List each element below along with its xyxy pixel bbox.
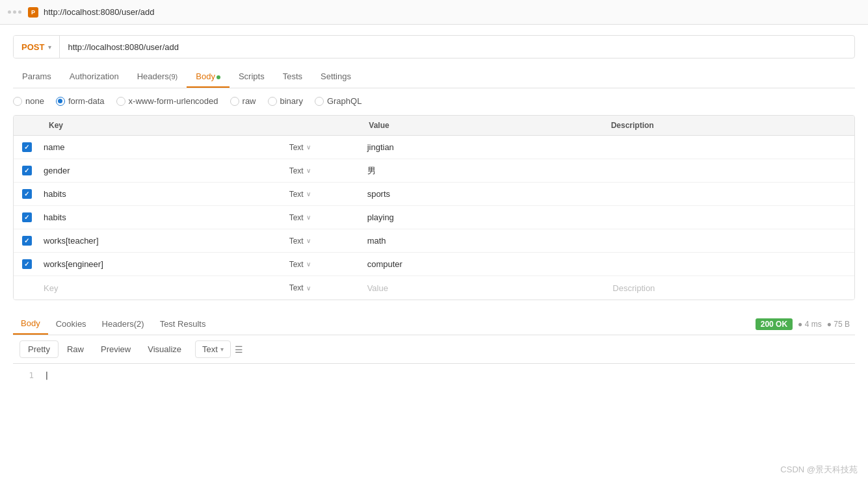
row2-checkbox[interactable] — [22, 166, 32, 175]
row7-key-placeholder[interactable]: Key — [40, 280, 285, 296]
format-raw-btn[interactable]: Raw — [59, 340, 92, 358]
response-status-bar: 200 OK ● 4 ms ● 75 B — [756, 318, 855, 330]
radio-none-circle — [13, 97, 22, 106]
radio-urlencoded[interactable]: x-www-form-urlencoded — [116, 96, 218, 106]
radio-binary[interactable]: binary — [268, 96, 303, 106]
body-type-row: none form-data x-www-form-urlencoded raw… — [13, 96, 855, 106]
row3-value[interactable]: sports — [363, 186, 609, 202]
row3-checkbox-cell[interactable] — [14, 186, 40, 202]
text-type-dropdown[interactable]: Text ▾ — [195, 340, 231, 358]
headers-badge: (9) — [169, 73, 178, 81]
radio-form-data-circle — [56, 97, 65, 106]
row4-checkbox-cell[interactable] — [14, 209, 40, 225]
response-tabs-row: Body Cookies Headers(2) Test Results 200… — [13, 313, 855, 335]
tab-settings[interactable]: Settings — [311, 66, 360, 88]
tab-params[interactable]: Params — [13, 66, 60, 88]
row2-type[interactable]: Text ∨ — [285, 163, 363, 179]
format-preview-btn[interactable]: Preview — [92, 340, 139, 358]
row5-type[interactable]: Text ∨ — [285, 233, 363, 249]
row4-key[interactable]: habits — [40, 209, 285, 225]
dot3 — [18, 10, 21, 14]
code-content[interactable] — [44, 370, 49, 396]
row6-checkbox-cell[interactable] — [14, 256, 40, 272]
row1-type[interactable]: Text ∨ — [285, 140, 363, 155]
row3-key[interactable]: habits — [40, 186, 285, 202]
response-tab-cookies[interactable]: Cookies — [48, 314, 94, 334]
row3-checkbox[interactable] — [22, 189, 32, 199]
tab-authorization[interactable]: Authorization — [60, 66, 128, 88]
row1-value[interactable]: jingtian — [363, 139, 609, 155]
format-visualize-btn[interactable]: Visualize — [139, 340, 190, 358]
response-tab-body[interactable]: Body — [13, 313, 48, 335]
radio-none[interactable]: none — [13, 96, 44, 106]
row2-type-select[interactable]: Text ∨ — [289, 166, 360, 175]
wrap-icon[interactable]: ☰ — [235, 344, 243, 355]
header-checkbox-col — [19, 120, 45, 131]
table-row: name Text ∨ jingtian — [14, 136, 854, 159]
row5-value[interactable]: math — [363, 233, 609, 249]
row4-value[interactable]: playing — [363, 209, 609, 225]
tab-scripts[interactable]: Scripts — [230, 66, 274, 88]
radio-raw-circle — [230, 97, 239, 106]
header-desc-col: Description — [607, 120, 849, 131]
row3-desc — [609, 191, 854, 198]
row5-checkbox-cell[interactable] — [14, 233, 40, 249]
row5-desc — [609, 238, 854, 244]
row5-key[interactable]: works[teacher] — [40, 233, 285, 249]
row1-type-select[interactable]: Text ∨ — [289, 143, 360, 152]
row6-type[interactable]: Text ∨ — [285, 257, 363, 272]
row5-type-chevron-icon: ∨ — [306, 237, 311, 244]
top-bar: P http://localhost:8080/user/add — [0, 0, 868, 25]
tab-tests[interactable]: Tests — [274, 66, 311, 88]
row3-type[interactable]: Text ∨ — [285, 186, 363, 202]
code-area: 1 — [13, 364, 855, 403]
row2-value[interactable]: 男 — [363, 162, 609, 180]
text-type-chevron-icon: ▾ — [220, 346, 224, 353]
header-key-col: Key — [45, 120, 287, 131]
row4-desc — [609, 214, 854, 221]
request-bar: POST ▾ — [13, 35, 855, 58]
header-type-col — [287, 120, 365, 131]
response-section: Body Cookies Headers(2) Test Results 200… — [13, 313, 855, 403]
row1-key[interactable]: name — [40, 139, 285, 155]
tab-headers[interactable]: Headers(9) — [128, 66, 187, 88]
method-select[interactable]: POST ▾ — [14, 36, 60, 58]
row5-checkbox[interactable] — [22, 236, 32, 246]
row3-type-select[interactable]: Text ∨ — [289, 190, 360, 199]
format-bar: Pretty Raw Preview Visualize Text ▾ ☰ — [13, 335, 855, 364]
table-row: habits Text ∨ sports — [14, 183, 854, 206]
row7-type[interactable]: Text ∨ — [285, 280, 363, 296]
radio-graphql[interactable]: GraphQL — [315, 96, 362, 106]
radio-graphql-circle — [315, 97, 324, 106]
radio-raw[interactable]: raw — [230, 96, 256, 106]
row6-type-select[interactable]: Text ∨ — [289, 260, 360, 269]
row6-key[interactable]: works[engineer] — [40, 256, 285, 272]
radio-form-data[interactable]: form-data — [56, 96, 105, 106]
row4-type[interactable]: Text ∨ — [285, 210, 363, 225]
url-input[interactable] — [60, 42, 854, 52]
row1-checkbox-cell[interactable] — [14, 139, 40, 155]
row4-type-select[interactable]: Text ∨ — [289, 213, 360, 222]
row6-value[interactable]: computer — [363, 256, 609, 272]
tab-body[interactable]: Body — [187, 66, 230, 88]
response-tab-test-results[interactable]: Test Results — [152, 314, 214, 334]
row6-checkbox[interactable] — [22, 259, 32, 269]
row1-type-chevron-icon: ∨ — [306, 144, 311, 151]
table-header: Key Value Description — [14, 116, 854, 136]
row2-checkbox-cell[interactable] — [14, 162, 40, 179]
radio-urlencoded-circle — [116, 97, 125, 106]
response-tab-headers[interactable]: Headers(2) — [94, 314, 152, 334]
row4-checkbox[interactable] — [22, 212, 32, 222]
row6-type-chevron-icon: ∨ — [306, 261, 311, 268]
row7-value-placeholder[interactable]: Value — [363, 280, 609, 296]
table-row: works[teacher] Text ∨ math — [14, 229, 854, 253]
header-value-col: Value — [365, 120, 607, 131]
top-url: http://localhost:8080/user/add — [44, 7, 155, 17]
app-favicon: P — [28, 7, 38, 18]
row1-checkbox[interactable] — [22, 142, 32, 152]
main-content: POST ▾ Params Authorization Headers(9) B… — [0, 25, 868, 413]
row2-key[interactable]: gender — [40, 162, 285, 179]
row7-type-select[interactable]: Text ∨ — [289, 283, 360, 292]
row5-type-select[interactable]: Text ∨ — [289, 237, 360, 246]
format-pretty-btn[interactable]: Pretty — [20, 340, 59, 358]
